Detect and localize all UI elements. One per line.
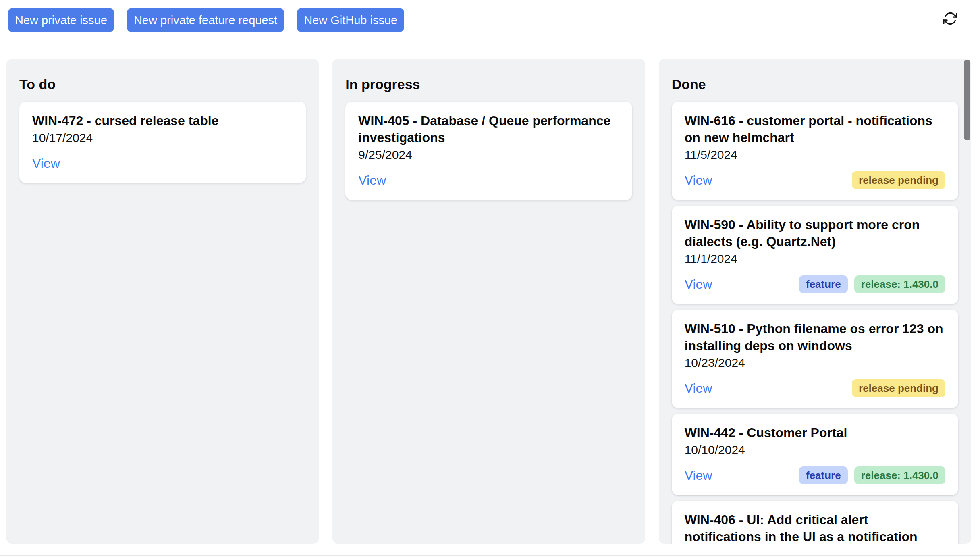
issue-title: WIN-510 - Python filename os error 123 o…	[685, 320, 945, 354]
new-private-feature-request-button[interactable]: New private feature request	[127, 8, 284, 32]
release-version-badge: release: 1.430.0	[854, 275, 945, 293]
release-version-badge: release: 1.430.0	[854, 466, 945, 484]
issue-card-win-406[interactable]: WIN-406 - UI: Add critical alert notific…	[672, 501, 958, 544]
bottom-divider	[0, 555, 980, 556]
issue-card-win-616[interactable]: WIN-616 - customer portal - notification…	[672, 102, 958, 200]
issue-card-win-442[interactable]: WIN-442 - Customer Portal 10/10/2024 Vie…	[672, 414, 958, 495]
issue-title: WIN-590 - Ability to support more cron d…	[685, 216, 945, 250]
issue-date: 9/25/2024	[358, 147, 619, 163]
column-title-done: Done	[672, 75, 958, 94]
refresh-button[interactable]	[941, 10, 959, 27]
issue-title: WIN-405 - Database / Queue performance i…	[358, 112, 619, 146]
view-link[interactable]: View	[685, 381, 712, 396]
issue-card-win-590[interactable]: WIN-590 - Ability to support more cron d…	[672, 206, 958, 304]
new-private-issue-button[interactable]: New private issue	[8, 8, 114, 32]
badge-group: release pending	[852, 379, 945, 397]
issue-date: 10/23/2024	[685, 355, 945, 371]
view-link[interactable]: View	[685, 468, 712, 483]
badge-group: feature release: 1.430.0	[799, 466, 945, 484]
card-footer: View release pending	[685, 379, 945, 398]
issue-date: 11/5/2024	[685, 147, 945, 163]
issue-title: WIN-442 - Customer Portal	[685, 424, 945, 441]
new-github-issue-button[interactable]: New GitHub issue	[297, 8, 404, 32]
issue-date: 11/1/2024	[685, 251, 945, 267]
release-pending-badge: release pending	[852, 171, 945, 189]
issue-date: 10/10/2024	[685, 442, 945, 458]
issue-card-win-510[interactable]: WIN-510 - Python filename os error 123 o…	[672, 310, 958, 408]
view-link[interactable]: View	[358, 173, 386, 188]
column-done: Done WIN-616 - customer portal - notific…	[659, 59, 971, 544]
column-title-in-progress: In progress	[345, 75, 632, 94]
card-footer: View feature release: 1.430.0	[685, 275, 945, 294]
card-footer: View release pending	[685, 171, 945, 189]
feature-badge: feature	[799, 466, 848, 484]
column-todo: To do WIN-472 - cursed release table 10/…	[6, 59, 319, 544]
card-footer: View feature release: 1.430.0	[685, 466, 945, 485]
card-footer: View	[358, 171, 619, 189]
release-pending-badge: release pending	[852, 379, 945, 397]
column-title-todo: To do	[19, 75, 306, 94]
issue-card-win-405[interactable]: WIN-405 - Database / Queue performance i…	[345, 102, 632, 200]
view-link[interactable]: View	[32, 156, 60, 171]
column-in-progress: In progress WIN-405 - Database / Queue p…	[332, 59, 645, 544]
issue-date: 10/17/2024	[32, 130, 293, 146]
issue-title: WIN-406 - UI: Add critical alert notific…	[685, 511, 945, 544]
view-link[interactable]: View	[685, 277, 712, 292]
issue-title: WIN-472 - cursed release table	[32, 112, 293, 129]
view-link[interactable]: View	[685, 173, 712, 188]
badge-group: release pending	[852, 171, 945, 189]
badge-group: feature release: 1.430.0	[799, 275, 945, 293]
done-column-scrollbar-thumb[interactable]	[964, 60, 970, 140]
feature-badge: feature	[799, 275, 848, 293]
issue-title: WIN-616 - customer portal - notification…	[685, 112, 945, 146]
refresh-icon	[943, 11, 958, 26]
kanban-board: To do WIN-472 - cursed release table 10/…	[0, 59, 980, 544]
toolbar: New private issue New private feature re…	[0, 0, 980, 32]
card-footer: View	[32, 154, 293, 173]
issue-card-win-472[interactable]: WIN-472 - cursed release table 10/17/202…	[19, 102, 306, 183]
